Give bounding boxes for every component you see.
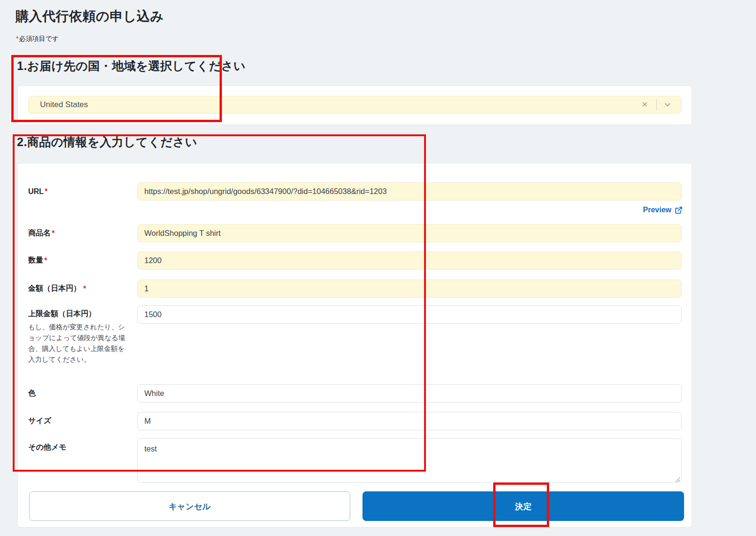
price-label: 金額（日本円）* <box>28 280 134 298</box>
price-input[interactable] <box>137 280 682 298</box>
product-name-required-asterisk: * <box>52 229 55 238</box>
size-input[interactable] <box>137 412 682 430</box>
section1-heading: 1.お届け先の国・地域を選択してください <box>17 58 246 74</box>
memo-textarea[interactable]: test <box>137 438 682 483</box>
size-label: サイズ <box>28 412 134 430</box>
purchase-proxy-form-page: 購入代行依頼の申し込み *必須項目です 1.お届け先の国・地域を選択してください… <box>0 0 756 536</box>
preview-link-label: Preview <box>643 206 671 214</box>
country-select[interactable]: United States ✕ <box>28 96 682 114</box>
quantity-label: 数量* <box>28 251 134 270</box>
product-name-label: 商品名* <box>28 224 134 242</box>
chevron-down-icon[interactable] <box>661 101 675 109</box>
color-input[interactable] <box>137 384 682 403</box>
url-required-asterisk: * <box>45 187 47 196</box>
quantity-input[interactable] <box>137 251 682 270</box>
required-asterisk: * <box>16 35 18 42</box>
max-price-labelblock: 上限金額（日本円） もし、価格が変更されたり、ショップによって値段が異なる場合、… <box>28 309 130 365</box>
price-required-asterisk: * <box>83 285 86 293</box>
section2-heading: 2.商品の情報を入力してください <box>17 134 197 150</box>
clear-selection-icon[interactable]: ✕ <box>637 101 653 109</box>
country-select-value: United States <box>40 100 637 109</box>
memo-label: その他メモ <box>28 438 134 457</box>
page-title: 購入代行依頼の申し込み <box>16 8 164 25</box>
product-name-input[interactable] <box>137 224 682 242</box>
max-price-input[interactable] <box>137 305 682 324</box>
quantity-required-asterisk: * <box>44 256 47 265</box>
url-label: URL* <box>28 182 134 201</box>
cancel-button[interactable]: キャンセル <box>29 491 350 521</box>
max-price-label: 上限金額（日本円） <box>28 309 130 319</box>
required-note: *必須項目です <box>16 35 59 43</box>
required-note-text: 必須項目です <box>19 35 59 42</box>
preview-link[interactable]: Preview <box>643 206 683 214</box>
url-input[interactable] <box>137 182 682 201</box>
max-price-helper-text: もし、価格が変更されたり、ショップによって値段が異なる場合、購入してもよい上限金… <box>28 322 130 365</box>
color-label: 色 <box>28 384 134 403</box>
external-link-icon <box>675 206 683 214</box>
select-divider <box>656 99 657 110</box>
submit-button[interactable]: 決定 <box>362 491 684 521</box>
